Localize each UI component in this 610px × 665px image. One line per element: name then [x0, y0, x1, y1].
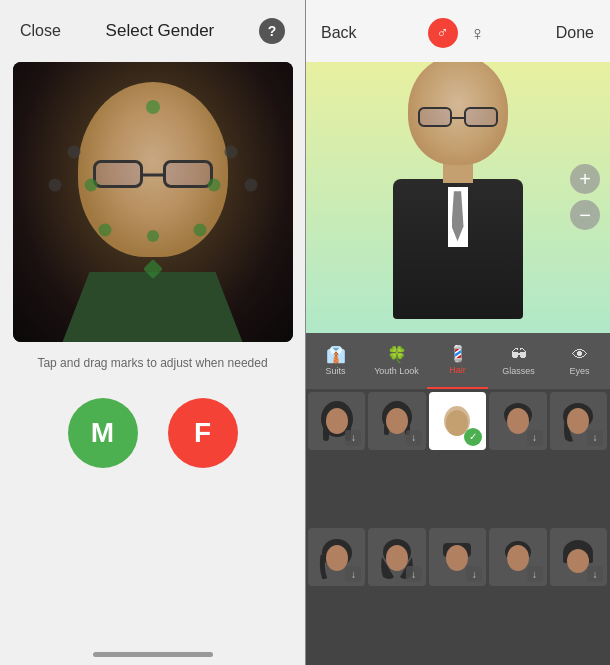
- svg-point-11: [507, 408, 529, 434]
- download-6: ↓: [345, 566, 361, 582]
- eyes-tab-icon: 👁: [572, 346, 588, 364]
- download-2: ↓: [406, 430, 422, 446]
- hair-option-1[interactable]: ↓: [308, 392, 365, 450]
- tab-suits[interactable]: 👔 Suits: [305, 333, 366, 389]
- hair-option-4[interactable]: ↓: [489, 392, 546, 450]
- glasses-right-lens: [163, 160, 213, 188]
- tab-eyes[interactable]: 👁 Eyes: [549, 333, 610, 389]
- left-header: Close Select Gender ?: [0, 0, 305, 58]
- hair-option-3[interactable]: ✓: [429, 392, 486, 450]
- back-button[interactable]: Back: [321, 24, 357, 42]
- svg-point-13: [567, 408, 589, 434]
- hair-tab-icon: 💈: [448, 344, 468, 363]
- gender-buttons: M F: [68, 398, 238, 468]
- face-glasses: [93, 160, 213, 190]
- download-7: ↓: [406, 566, 422, 582]
- glasses-left-lens: [93, 160, 143, 188]
- hair-option-8[interactable]: ↓: [429, 528, 486, 586]
- avatar-preview: + −: [305, 62, 610, 333]
- landmark-6[interactable]: [48, 179, 61, 192]
- suits-icon: 👔: [326, 345, 346, 364]
- avatar-neck: [443, 163, 473, 183]
- glasses-bridge: [143, 174, 163, 177]
- youth-icon: 🍀: [387, 345, 407, 364]
- zoom-controls: + −: [570, 164, 600, 230]
- zoom-out-button[interactable]: −: [570, 200, 600, 230]
- tab-bar: 👔 Suits 🍀 Youth Look 💈 Hair 🕶 Glasses 👁 …: [305, 333, 610, 389]
- hair-option-9[interactable]: ↓: [489, 528, 546, 586]
- male-gender-icon[interactable]: ♂: [428, 18, 458, 48]
- svg-point-19: [446, 545, 468, 571]
- tab-youth-look[interactable]: 🍀 Youth Look: [366, 333, 427, 389]
- panel-divider: [305, 0, 306, 665]
- svg-rect-1: [323, 427, 329, 441]
- landmark-5[interactable]: [208, 179, 221, 192]
- avatar-glasses-left: [418, 107, 452, 127]
- eyes-label: Eyes: [569, 366, 589, 376]
- download-10: ↓: [587, 566, 603, 582]
- gender-selector: ♂ ♀: [428, 18, 485, 48]
- avatar-body: [393, 179, 523, 319]
- glasses-tab-icon: 🕶: [511, 346, 527, 364]
- avatar-figure: [393, 62, 523, 319]
- download-1: ↓: [345, 430, 361, 446]
- face-instruction: Tap and drag marks to adjust when needed: [37, 356, 267, 370]
- right-panel: Back ♂ ♀ Done + −: [305, 0, 610, 665]
- youth-label: Youth Look: [374, 366, 419, 376]
- zoom-in-button[interactable]: +: [570, 164, 600, 194]
- download-4: ↓: [527, 430, 543, 446]
- left-panel: Close Select Gender ?: [0, 0, 305, 665]
- landmark-7[interactable]: [244, 179, 257, 192]
- landmark-nose[interactable]: [147, 230, 159, 242]
- hair-label: Hair: [449, 365, 466, 375]
- landmark-3[interactable]: [224, 145, 237, 158]
- female-gender-icon[interactable]: ♀: [470, 22, 485, 45]
- left-title: Select Gender: [106, 21, 215, 41]
- landmark-2[interactable]: [68, 145, 81, 158]
- face-shirt: [63, 272, 243, 342]
- hair-option-10[interactable]: ↓: [550, 528, 607, 586]
- svg-point-3: [326, 408, 348, 434]
- close-button[interactable]: Close: [20, 22, 61, 40]
- landmark-9[interactable]: [194, 224, 207, 237]
- svg-point-24: [567, 549, 589, 573]
- hair-options-grid: ↓ ↓ ✓ ↓: [305, 389, 610, 666]
- home-indicator-left: [93, 652, 213, 657]
- avatar-glasses: [418, 107, 498, 129]
- suits-label: Suits: [325, 366, 345, 376]
- landmark-4[interactable]: [84, 179, 97, 192]
- svg-point-21: [507, 545, 529, 571]
- download-9: ↓: [527, 566, 543, 582]
- download-8: ↓: [466, 566, 482, 582]
- download-5: ↓: [587, 430, 603, 446]
- tab-hair[interactable]: 💈 Hair: [427, 333, 488, 389]
- female-button[interactable]: F: [168, 398, 238, 468]
- right-header: Back ♂ ♀ Done: [305, 0, 610, 62]
- hair-option-6[interactable]: ↓: [308, 528, 365, 586]
- landmark-8[interactable]: [98, 224, 111, 237]
- tab-glasses[interactable]: 🕶 Glasses: [488, 333, 549, 389]
- landmark-1[interactable]: [146, 100, 160, 114]
- avatar-glasses-bridge: [452, 117, 464, 119]
- check-selected: ✓: [464, 428, 482, 446]
- avatar-head: [408, 62, 508, 165]
- done-button[interactable]: Done: [556, 24, 594, 42]
- help-button[interactable]: ?: [259, 18, 285, 44]
- hair-option-5[interactable]: ↓: [550, 392, 607, 450]
- avatar-glasses-right: [464, 107, 498, 127]
- svg-point-7: [386, 408, 408, 434]
- glasses-label: Glasses: [502, 366, 535, 376]
- male-button[interactable]: M: [68, 398, 138, 468]
- svg-point-15: [326, 545, 348, 571]
- hair-option-2[interactable]: ↓: [368, 392, 425, 450]
- face-photo: [13, 62, 293, 342]
- hair-option-7[interactable]: ↓: [368, 528, 425, 586]
- face-photo-container: [13, 62, 293, 342]
- svg-point-17: [386, 545, 408, 571]
